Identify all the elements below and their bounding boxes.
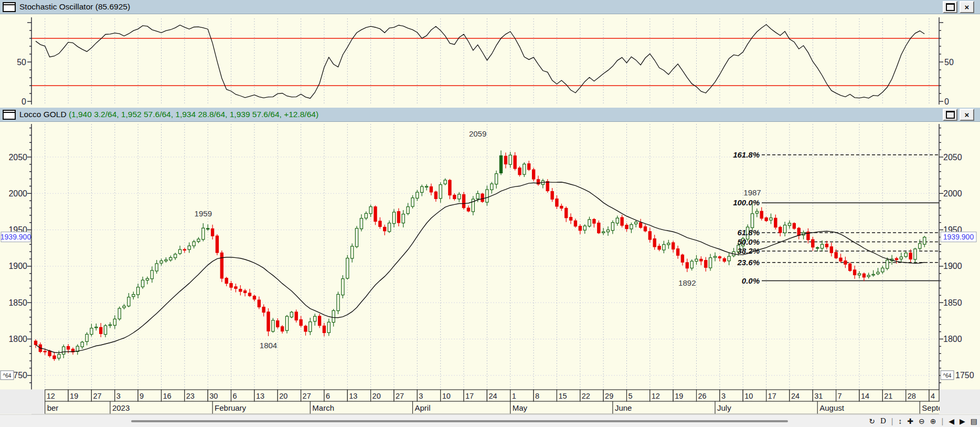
close-button[interactable]: × <box>960 109 974 121</box>
svg-text:10: 10 <box>744 392 753 400</box>
svg-text:1900: 1900 <box>943 262 962 270</box>
svg-text:ber: ber <box>47 403 59 412</box>
bottom-scrollbar-toolbar: ↻D|↕✚⊖⊕|◀▶▤ <box>0 414 980 427</box>
svg-text:61.8%: 61.8% <box>737 228 760 237</box>
svg-text:17: 17 <box>465 392 474 400</box>
charting-application: Stochastic Oscillator (85.6925) × 505000… <box>0 0 980 427</box>
svg-text:1804: 1804 <box>260 341 277 350</box>
scroll-right-icon[interactable]: ▶ <box>960 418 965 425</box>
vertical-scale-icon[interactable]: ↕ <box>898 418 902 425</box>
zoom-in-icon[interactable]: ⊕ <box>930 418 936 425</box>
svg-text:2023: 2023 <box>112 403 130 412</box>
svg-text:30: 30 <box>209 392 218 400</box>
maximize-icon <box>946 3 955 11</box>
svg-text:6: 6 <box>233 392 237 400</box>
svg-text:27: 27 <box>396 392 404 400</box>
svg-text:1892: 1892 <box>678 278 696 287</box>
svg-text:31: 31 <box>814 392 823 400</box>
window-icon <box>3 2 16 12</box>
svg-text:50: 50 <box>17 58 26 67</box>
svg-text:March: March <box>312 403 334 412</box>
svg-text:2000: 2000 <box>943 189 962 198</box>
svg-text:13: 13 <box>256 392 264 400</box>
svg-text:3: 3 <box>721 392 726 400</box>
maximize-button[interactable] <box>943 1 957 13</box>
svg-text:19: 19 <box>70 392 78 400</box>
svg-text:1987: 1987 <box>743 188 761 197</box>
svg-text:June: June <box>615 403 632 412</box>
svg-text:50: 50 <box>944 58 954 67</box>
svg-text:0.0%: 0.0% <box>742 276 760 285</box>
svg-text:6: 6 <box>326 392 330 400</box>
svg-text:0: 0 <box>944 97 949 106</box>
svg-text:12: 12 <box>652 392 660 400</box>
svg-text:20: 20 <box>372 392 381 400</box>
svg-text:3: 3 <box>419 392 423 400</box>
svg-text:7: 7 <box>838 392 842 400</box>
svg-text:10: 10 <box>442 392 451 400</box>
toolbar-separator: | <box>942 418 944 425</box>
stochastic-chart[interactable]: 505000 <box>0 14 980 108</box>
price-titlebar[interactable]: Locco GOLD (1,940 3.2/64, 1,952 57.6/64,… <box>0 108 980 122</box>
svg-text:27: 27 <box>93 392 101 400</box>
svg-text:1959: 1959 <box>195 209 212 218</box>
price-title: Locco GOLD (1,940 3.2/64, 1,952 57.6/64,… <box>19 110 318 119</box>
svg-text:161.8%: 161.8% <box>733 150 760 159</box>
svg-text:February: February <box>215 403 247 412</box>
svg-text:29: 29 <box>605 392 613 400</box>
svg-text:2050: 2050 <box>943 153 962 162</box>
horizontal-scrollbar-thumb[interactable] <box>131 420 788 422</box>
stochastic-titlebar[interactable]: Stochastic Oscillator (85.6925) × <box>0 0 980 14</box>
scroll-left-icon[interactable]: ◀ <box>949 418 954 425</box>
stochastic-title: Stochastic Oscillator (85.6925) <box>19 2 130 12</box>
svg-text:100.0%: 100.0% <box>733 198 760 207</box>
stochastic-window: Stochastic Oscillator (85.6925) × 505000 <box>0 0 980 108</box>
svg-text:0: 0 <box>22 97 26 106</box>
svg-text:38.2%: 38.2% <box>737 246 760 255</box>
svg-text:23: 23 <box>186 392 195 400</box>
close-button[interactable]: × <box>960 1 974 13</box>
svg-text:^64: ^64 <box>943 373 952 379</box>
candlestick-chart[interactable]: 2050205020002000195019501900190018501850… <box>0 122 980 414</box>
svg-text:16: 16 <box>163 392 172 400</box>
svg-text:5: 5 <box>629 392 633 400</box>
toolbar-separator: | <box>891 418 893 425</box>
svg-text:1800: 1800 <box>8 335 27 343</box>
data-window-icon[interactable]: ▤ <box>971 418 977 425</box>
zoom-out-icon[interactable]: ⊖ <box>919 418 925 425</box>
svg-text:27: 27 <box>303 392 311 400</box>
svg-text:12: 12 <box>47 392 55 400</box>
svg-text:14: 14 <box>861 392 869 400</box>
svg-text:May: May <box>513 403 528 412</box>
svg-text:^64: ^64 <box>3 373 12 379</box>
svg-text:17: 17 <box>768 392 776 400</box>
svg-text:15: 15 <box>558 392 567 400</box>
daily-interval-icon[interactable]: D <box>880 417 886 425</box>
maximize-button[interactable] <box>943 109 957 121</box>
close-icon: × <box>965 111 970 119</box>
window-icon <box>3 110 16 120</box>
svg-text:20: 20 <box>279 392 287 400</box>
svg-text:13: 13 <box>349 392 357 400</box>
svg-text:July: July <box>717 403 731 412</box>
svg-text:8: 8 <box>535 392 539 400</box>
svg-text:2059: 2059 <box>469 129 486 138</box>
svg-text:26: 26 <box>698 392 707 400</box>
ohlc-quote-label: (1,940 3.2/64, 1,952 57.6/64, 1,934 28.8… <box>69 110 318 119</box>
chart-toolbar: ↻D|↕✚⊖⊕|◀▶▤ <box>869 415 977 427</box>
svg-text:2000: 2000 <box>8 189 27 198</box>
svg-text:19: 19 <box>675 392 683 400</box>
refresh-icon[interactable]: ↻ <box>869 418 875 425</box>
svg-text:1939.900: 1939.900 <box>1 233 31 241</box>
svg-text:1800: 1800 <box>943 335 962 343</box>
svg-text:3: 3 <box>116 392 121 400</box>
svg-text:28: 28 <box>908 392 916 400</box>
svg-text:1939.900: 1939.900 <box>943 233 974 241</box>
svg-text:1: 1 <box>512 392 516 400</box>
maximize-icon <box>946 111 955 119</box>
svg-text:24: 24 <box>791 392 800 400</box>
svg-text:24: 24 <box>488 392 497 400</box>
svg-text:22: 22 <box>582 392 590 400</box>
pan-icon[interactable]: ✚ <box>907 418 913 425</box>
svg-text:23.6%: 23.6% <box>737 258 760 267</box>
